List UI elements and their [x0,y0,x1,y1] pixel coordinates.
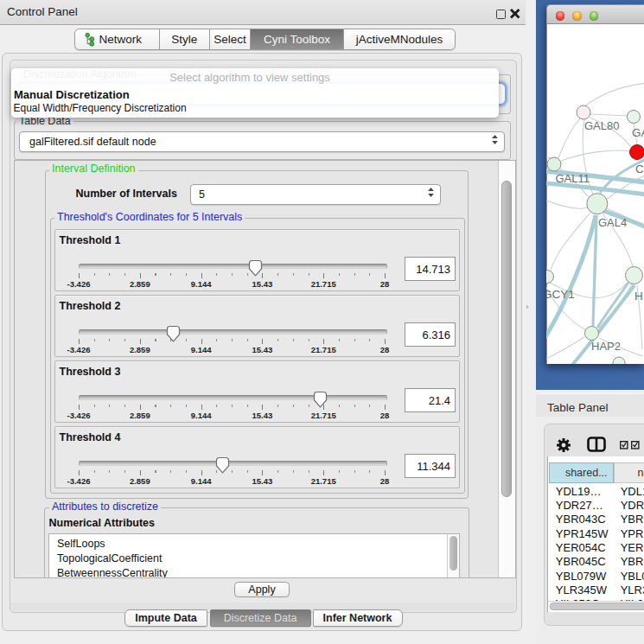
svg-text:GA: GA [632,126,644,139]
svg-text:C: C [635,163,644,175]
svg-text:H: H [634,290,643,303]
svg-text:GCY1: GCY1 [546,288,575,301]
svg-text:GAL80: GAL80 [584,119,619,132]
svg-text:HAP2: HAP2 [591,340,621,353]
svg-text:GAL4: GAL4 [598,216,627,229]
svg-text:GAL11: GAL11 [556,172,590,185]
